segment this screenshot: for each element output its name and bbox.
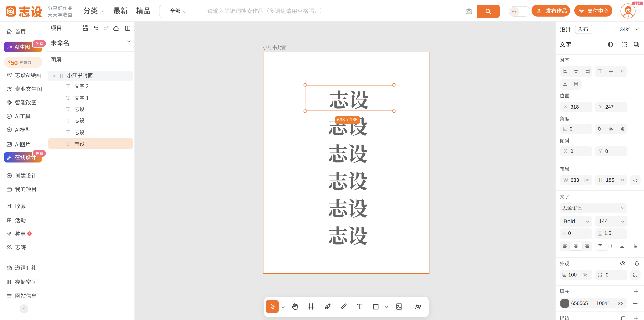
svg-text:AI: AI (8, 115, 10, 118)
svg-text:A: A (599, 232, 601, 235)
svg-text:PSD: PSD (82, 25, 88, 28)
svg-text:1: 1 (627, 14, 629, 17)
svg-text:|A|: |A| (563, 232, 566, 235)
